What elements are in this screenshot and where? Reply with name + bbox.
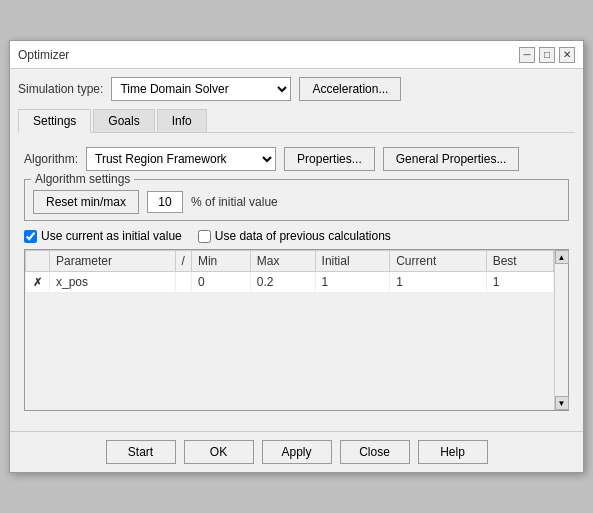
checkbox-row: Use current as initial value Use data of…	[24, 229, 569, 243]
reset-row: Reset min/max % of initial value	[33, 190, 560, 214]
scroll-down-button[interactable]: ▼	[555, 396, 569, 410]
tab-settings[interactable]: Settings	[18, 109, 91, 133]
parameter-table: Parameter / Min Max Initial Current Best	[25, 250, 554, 293]
apply-button[interactable]: Apply	[262, 440, 332, 464]
tab-info[interactable]: Info	[157, 109, 207, 132]
use-current-checkbox[interactable]	[24, 230, 37, 243]
reset-minmax-button[interactable]: Reset min/max	[33, 190, 139, 214]
percent-input[interactable]	[147, 191, 183, 213]
simulation-type-select[interactable]: Time Domain SolverFrequency Domain Solve…	[111, 77, 291, 101]
col-checkbox	[26, 251, 50, 272]
col-initial: Initial	[315, 251, 390, 272]
use-previous-checkbox-label[interactable]: Use data of previous calculations	[198, 229, 391, 243]
use-current-label: Use current as initial value	[41, 229, 182, 243]
table-body-area: Parameter / Min Max Initial Current Best	[25, 250, 554, 410]
close-button-footer[interactable]: Close	[340, 440, 410, 464]
title-bar: Optimizer ─ □ ✕	[10, 41, 583, 69]
start-button[interactable]: Start	[106, 440, 176, 464]
row-max-cell: 0.2	[250, 272, 315, 293]
window-title: Optimizer	[18, 48, 69, 62]
algorithm-label: Algorithm:	[24, 152, 78, 166]
close-button[interactable]: ✕	[559, 47, 575, 63]
parameter-table-area: Parameter / Min Max Initial Current Best	[24, 249, 569, 411]
footer-buttons: Start OK Apply Close Help	[10, 431, 583, 472]
col-max: Max	[250, 251, 315, 272]
row-initial-cell: 1	[315, 272, 390, 293]
vertical-scrollbar[interactable]: ▲ ▼	[554, 250, 568, 410]
use-current-checkbox-label[interactable]: Use current as initial value	[24, 229, 182, 243]
maximize-button[interactable]: □	[539, 47, 555, 63]
use-previous-label: Use data of previous calculations	[215, 229, 391, 243]
ok-button[interactable]: OK	[184, 440, 254, 464]
tab-bar: Settings Goals Info	[18, 109, 575, 133]
acceleration-button[interactable]: Acceleration...	[299, 77, 401, 101]
simulation-type-label: Simulation type:	[18, 82, 103, 96]
row-current-cell: 1	[390, 272, 486, 293]
col-best: Best	[486, 251, 553, 272]
settings-panel: Algorithm: Trust Region FrameworkGenetic…	[18, 141, 575, 423]
table-inner: Parameter / Min Max Initial Current Best	[25, 250, 554, 410]
table-row: ✗ x_pos 0 0.2 1 1 1	[26, 272, 554, 293]
properties-button[interactable]: Properties...	[284, 147, 375, 171]
row-checkbox-cell: ✗	[26, 272, 50, 293]
col-slash: /	[175, 251, 191, 272]
row-checked-icon: ✗	[33, 276, 42, 288]
title-bar-controls: ─ □ ✕	[519, 47, 575, 63]
row-parameter-cell: x_pos	[50, 272, 176, 293]
general-properties-button[interactable]: General Properties...	[383, 147, 520, 171]
scroll-up-button[interactable]: ▲	[555, 250, 569, 264]
algorithm-row: Algorithm: Trust Region FrameworkGenetic…	[24, 147, 569, 171]
row-best-cell: 1	[486, 272, 553, 293]
scroll-thumb	[555, 264, 568, 396]
minimize-button[interactable]: ─	[519, 47, 535, 63]
row-min-cell: 0	[191, 272, 250, 293]
col-min: Min	[191, 251, 250, 272]
table-header-row: Parameter / Min Max Initial Current Best	[26, 251, 554, 272]
optimizer-window: Optimizer ─ □ ✕ Simulation type: Time Do…	[9, 40, 584, 473]
percent-label: % of initial value	[191, 195, 278, 209]
tab-goals[interactable]: Goals	[93, 109, 154, 132]
col-parameter: Parameter	[50, 251, 176, 272]
simulation-type-row: Simulation type: Time Domain SolverFrequ…	[18, 77, 575, 101]
algorithm-settings-group: Algorithm settings Reset min/max % of in…	[24, 179, 569, 221]
row-slash-cell	[175, 272, 191, 293]
use-previous-checkbox[interactable]	[198, 230, 211, 243]
help-button[interactable]: Help	[418, 440, 488, 464]
main-content: Simulation type: Time Domain SolverFrequ…	[10, 69, 583, 431]
group-legend: Algorithm settings	[31, 172, 134, 186]
algorithm-select[interactable]: Trust Region FrameworkGenetic AlgorithmN…	[86, 147, 276, 171]
col-current: Current	[390, 251, 486, 272]
